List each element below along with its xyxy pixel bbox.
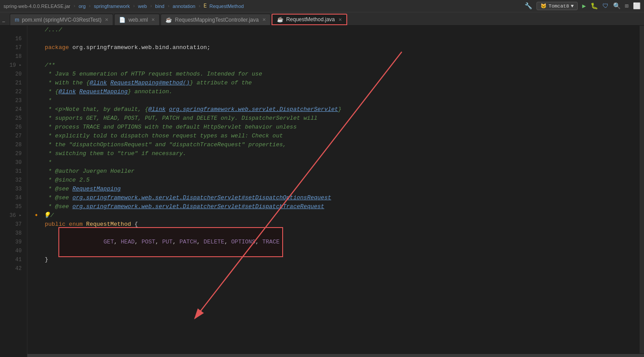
code-line: * explicitly told to dispatch those requ… — [31, 132, 636, 141]
code-line: * with the {@link RequestMapping#method(… — [31, 79, 636, 87]
editor-inner: /.../ package org.springframework.web.bi… — [27, 26, 644, 353]
path-bind: bind — [155, 4, 165, 9]
layout-icon[interactable]: ⊞ — [625, 2, 629, 10]
fold-gutter — [0, 26, 6, 357]
enum-values-line: GET, HEAD, POST, PUT, PATCH, DELETE, OPT… — [31, 238, 636, 247]
collapse-button[interactable]: – — [2, 18, 5, 25]
enum-icon: E — [203, 3, 207, 9]
code-line: /** — [31, 61, 636, 70]
webxml-icon: 📄 — [119, 17, 126, 23]
path-annotation: annotation — [172, 4, 195, 9]
code-line — [31, 264, 636, 273]
enum-put: PUT — [162, 239, 172, 245]
enum-get: GET — [104, 239, 114, 245]
tab-requestmethod-label: RequestMethod.java — [286, 16, 335, 23]
path-web: web — [138, 4, 147, 9]
debug-icon[interactable]: 🐛 — [590, 2, 598, 10]
code-line: package org.springframework.web.bind.ann… — [31, 43, 636, 52]
tab-controller-label: RequestMappingTestController.java — [175, 17, 258, 23]
settings-icon[interactable]: 🔧 — [525, 2, 532, 10]
editor-container: 16 17 18 19▸ 20 21 22 23 24 25 26 27 28 … — [0, 26, 644, 357]
code-line — [31, 34, 636, 43]
path-springframework: springframework — [94, 4, 130, 9]
path-requestmethod: RequestMethod — [209, 4, 244, 9]
enum-options: OPTIONS — [231, 239, 256, 245]
code-line: * @see org.springframework.web.servlet.D… — [31, 202, 636, 211]
code-line: * @since 2.5 — [31, 176, 636, 185]
tab-pom-close[interactable]: ✕ — [105, 17, 108, 22]
tab-controller[interactable]: ☕ RequestMappingTestController.java ✕ — [161, 14, 270, 25]
search-icon[interactable]: 🔍 — [613, 2, 621, 10]
tab-webxml-close[interactable]: ✕ — [151, 17, 155, 22]
tab-bar: – m pom.xml (springMVC-03RestTest) ✕ 📄 w… — [0, 12, 644, 26]
code-editor: /.../ package org.springframework.web.bi… — [27, 26, 644, 357]
tab-controller-close[interactable]: ✕ — [262, 17, 266, 22]
code-line: * switching them to "true" if necessary. — [31, 149, 636, 158]
code-line: * — [31, 96, 636, 105]
enum-post: POST — [142, 239, 155, 245]
code-line: * Java 5 enumeration of HTTP request met… — [31, 70, 636, 79]
bottom-scrollbar[interactable] — [27, 353, 644, 357]
code-line: /.../ — [31, 26, 636, 34]
code-line — [31, 52, 636, 61]
code-line: * supports GET, HEAD, POST, PUT, PATCH a… — [31, 114, 636, 123]
tab-requestmethod[interactable]: ☕ RequestMethod.java ✕ — [272, 14, 347, 25]
requestmethod-icon: ☕ — [277, 16, 284, 23]
tab-webxml[interactable]: 📄 web.xml ✕ — [114, 14, 160, 25]
maximize-icon[interactable]: ⬜ — [633, 2, 640, 10]
title-bar: spring-web-4.0.0.RELEASE.jar › org › spr… — [0, 0, 644, 12]
tomcat-label: Tomcat8 — [548, 4, 569, 9]
tab-requestmethod-close[interactable]: ✕ — [338, 17, 342, 22]
enum-trace: TRACE — [262, 239, 280, 245]
enum-patch: PATCH — [180, 239, 197, 245]
enum-head: HEAD — [121, 239, 134, 245]
tab-webxml-label: web.xml — [128, 17, 148, 23]
code-line: * process TRACE and OPTIONS with the def… — [31, 123, 636, 132]
line-number-gutter: 16 17 18 19▸ 20 21 22 23 24 25 26 27 28 … — [6, 26, 27, 357]
scrollbar[interactable] — [640, 26, 644, 353]
tomcat-icon: 🐱 — [540, 3, 547, 9]
code-line: 🔸 💡/ — [31, 211, 636, 220]
code-line: * — [31, 158, 636, 167]
tomcat-dropdown[interactable]: 🐱 Tomcat8 ▼ — [537, 2, 578, 10]
toolbar-right: 🔧 🐱 Tomcat8 ▼ ▶ 🐛 🛡 🔍 ⊞ ⬜ — [525, 2, 640, 10]
path-org: org — [79, 4, 86, 9]
code-line: * <p>Note that, by default, {@link org.s… — [31, 105, 636, 114]
coverage-icon[interactable]: 🛡 — [602, 3, 609, 10]
code-area[interactable]: /.../ package org.springframework.web.bi… — [27, 26, 640, 353]
code-line: * the "dispatchOptionsRequest" and "disp… — [31, 141, 636, 149]
tab-pom[interactable]: m pom.xml (springMVC-03RestTest) ✕ — [10, 14, 113, 25]
controller-icon: ☕ — [165, 17, 172, 23]
code-line: * @author Juergen Hoeller — [31, 167, 636, 176]
enum-values-box: GET, HEAD, POST, PUT, PATCH, DELETE, OPT… — [58, 227, 283, 257]
gutter-line-blank — [6, 26, 24, 34]
pom-icon: m — [15, 17, 19, 23]
run-icon[interactable]: ▶ — [582, 2, 586, 10]
jar-name: spring-web-4.0.0.RELEASE.jar — [4, 4, 70, 9]
code-line: * @see RequestMapping — [31, 185, 636, 194]
chevron-down-icon: ▼ — [571, 4, 574, 9]
enum-delete: DELETE — [203, 239, 224, 245]
code-line: * @see org.springframework.web.servlet.D… — [31, 194, 636, 202]
tab-pom-label: pom.xml (springMVC-03RestTest) — [22, 17, 101, 23]
code-line: * {@link RequestMapping} annotation. — [31, 87, 636, 96]
